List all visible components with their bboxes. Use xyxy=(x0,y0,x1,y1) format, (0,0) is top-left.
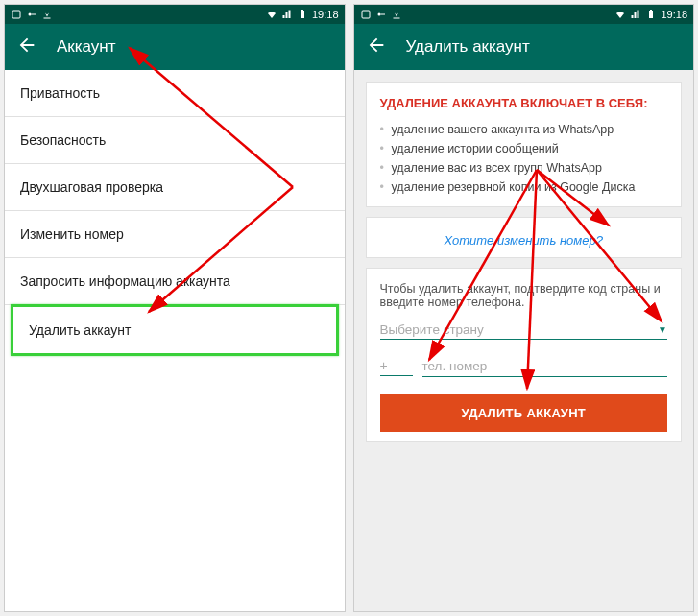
page-title: Удалить аккаунт xyxy=(406,37,530,57)
list-item-security[interactable]: Безопасность xyxy=(5,117,345,164)
download-icon xyxy=(391,9,402,20)
country-selector[interactable]: Выберите страну ▼ xyxy=(380,322,668,340)
wifi-icon xyxy=(614,9,626,20)
chevron-down-icon: ▼ xyxy=(658,324,667,335)
svg-rect-0 xyxy=(12,11,20,18)
delete-account-button[interactable]: УДАЛИТЬ АККАУНТ xyxy=(380,394,668,432)
svg-point-1 xyxy=(29,13,32,16)
bullet-item: удаление истории сообщений xyxy=(380,139,668,158)
clock: 19:18 xyxy=(661,9,687,20)
bullet-item: удаление вас из всех групп WhatsApp xyxy=(380,158,668,178)
confirm-card: Чтобы удалить аккаунт, подтвердите код с… xyxy=(366,268,683,442)
svg-rect-11 xyxy=(393,18,399,19)
battery-icon xyxy=(297,9,308,20)
svg-rect-12 xyxy=(649,11,653,18)
svg-rect-13 xyxy=(650,10,652,11)
svg-rect-5 xyxy=(301,10,303,11)
content-area: УДАЛЕНИЕ АККАУНТА ВКЛЮЧАЕТ В СЕБЯ: удале… xyxy=(354,70,694,611)
svg-rect-10 xyxy=(380,14,385,15)
phone-screen-account: 19:18 Аккаунт Приватность Безопасность Д… xyxy=(4,4,346,612)
nfc-icon xyxy=(11,9,22,20)
list-item-delete-account[interactable]: Удалить аккаунт xyxy=(11,304,339,356)
svg-rect-8 xyxy=(362,11,370,18)
country-placeholder: Выберите страну xyxy=(380,322,484,337)
list-item-request-info[interactable]: Запросить информацию аккаунта xyxy=(5,258,345,305)
warning-title: УДАЛЕНИЕ АККАУНТА ВКЛЮЧАЕТ В СЕБЯ: xyxy=(380,96,668,110)
list-item-privacy[interactable]: Приватность xyxy=(5,70,345,117)
phone-screen-delete-account: 19:18 Удалить аккаунт УДАЛЕНИЕ АККАУНТА … xyxy=(353,4,695,612)
phone-number-input[interactable]: тел. номер xyxy=(422,357,668,377)
battery-icon xyxy=(645,9,657,20)
clock: 19:18 xyxy=(312,9,339,20)
status-bar: 19:18 xyxy=(354,5,694,24)
country-code-input[interactable]: + xyxy=(380,358,413,376)
phone-placeholder: тел. номер xyxy=(422,359,488,373)
change-number-card: Хотите изменить номер? xyxy=(366,217,683,258)
settings-list: Приватность Безопасность Двухшаговая про… xyxy=(5,70,345,356)
bullet-item: удаление резервной копии из Google Диска xyxy=(380,178,668,197)
phone-input-row: + тел. номер xyxy=(380,357,668,377)
key-icon xyxy=(26,9,37,20)
page-title: Аккаунт xyxy=(57,37,116,57)
nfc-icon xyxy=(360,9,372,20)
wifi-icon xyxy=(266,9,277,20)
list-item-two-step[interactable]: Двухшаговая проверка xyxy=(5,164,345,211)
status-bar: 19:18 xyxy=(5,5,345,24)
bullet-item: удаление вашего аккаунта из WhatsApp xyxy=(380,120,668,139)
key-icon xyxy=(375,9,387,20)
app-bar: Удалить аккаунт xyxy=(354,24,694,70)
app-bar: Аккаунт xyxy=(5,24,345,70)
svg-rect-3 xyxy=(44,18,51,19)
warning-card: УДАЛЕНИЕ АККАУНТА ВКЛЮЧАЕТ В СЕБЯ: удале… xyxy=(366,82,683,207)
back-button[interactable] xyxy=(16,35,37,59)
list-item-change-number[interactable]: Изменить номер xyxy=(5,211,345,258)
confirm-instructions: Чтобы удалить аккаунт, подтвердите код с… xyxy=(380,282,668,309)
download-icon xyxy=(41,9,53,20)
signal-icon xyxy=(281,9,293,20)
svg-rect-4 xyxy=(301,11,304,18)
back-button[interactable] xyxy=(366,35,387,59)
signal-icon xyxy=(630,9,641,20)
svg-rect-2 xyxy=(32,14,36,15)
change-number-link[interactable]: Хотите изменить номер? xyxy=(380,224,668,251)
svg-point-9 xyxy=(377,13,380,16)
